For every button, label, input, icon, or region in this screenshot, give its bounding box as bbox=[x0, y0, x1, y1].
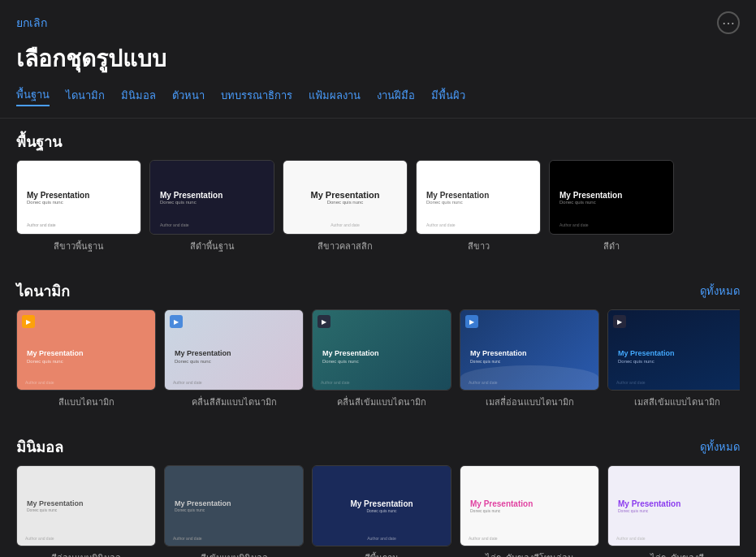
template-card-min-navy[interactable]: My Presentation Donec quis nunc Author a… bbox=[312, 465, 451, 557]
play-icon: ▶ bbox=[613, 315, 626, 328]
template-label: สีเข้มแบบมินิมอล bbox=[201, 551, 268, 557]
basic-section-header: พื้นฐาน bbox=[16, 119, 740, 160]
dynamic-section-header: ไดนามิก ดูทั้งหมด bbox=[16, 268, 740, 309]
minimal-templates-row: My Presentation Donec quis nunc Author a… bbox=[16, 465, 740, 557]
template-label: สีดำ bbox=[603, 239, 620, 253]
more-button[interactable]: ⋯ bbox=[717, 11, 740, 34]
template-label: สีอ่อนแบบมินิมอล bbox=[51, 551, 121, 557]
template-card-classic-white[interactable]: My Presentation Donec quis nunc Author a… bbox=[283, 160, 408, 253]
template-card-white-clean[interactable]: My Presentation Donec quis nunc Author a… bbox=[416, 160, 541, 253]
dynamic-templates-row: ▶ My Presentation Donec quis nunc Author… bbox=[16, 309, 740, 409]
page-title: เลือกชุดรูปแบบ bbox=[0, 41, 756, 84]
minimal-section-title: มินิมอล bbox=[16, 435, 63, 459]
basic-section-title: พื้นฐาน bbox=[16, 130, 62, 153]
template-label: สีขาวพื้นฐาน bbox=[54, 239, 104, 253]
more-icon: ⋯ bbox=[722, 15, 735, 31]
template-card-black[interactable]: My Presentation Donec quis nunc Author a… bbox=[549, 160, 674, 253]
template-card-min-light-purple[interactable]: My Presentation Donec quis nunc Author a… bbox=[607, 465, 740, 557]
template-label: เมสสี่อ่อนแบบไดนามิก bbox=[486, 395, 574, 409]
template-label: สีพื้นฐาน bbox=[365, 551, 399, 557]
template-card-dyn-teal[interactable]: ▶ My Presentation Donec quis nunc Author… bbox=[312, 309, 451, 409]
template-card-min-light[interactable]: My Presentation Donec quis nunc Author a… bbox=[16, 465, 156, 557]
template-card-min-white-pink[interactable]: My Presentation Donec quis nunc Author a… bbox=[460, 465, 599, 557]
template-card-white-basic[interactable]: My Presentation Donec quis nunc Author a… bbox=[16, 160, 141, 253]
basic-templates-row: My Presentation Donec quis nunc Author a… bbox=[16, 160, 740, 253]
minimal-section: มินิมอล ดูทั้งหมด My Presentation Donec … bbox=[16, 424, 740, 557]
template-label: เมสสีเข้มแบบไดนามิก bbox=[634, 395, 720, 409]
content-area: พื้นฐาน My Presentation Donec quis nunc … bbox=[0, 119, 756, 557]
dynamic-section: ไดนามิก ดูทั้งหมด ▶ My Presentation Done… bbox=[16, 268, 740, 409]
top-bar: ยกเลิก ⋯ bbox=[0, 0, 756, 41]
play-icon: ▶ bbox=[22, 315, 35, 328]
template-label: ไล่ระดับของสี bbox=[650, 551, 704, 557]
dynamic-see-all[interactable]: ดูทั้งหมด bbox=[700, 283, 740, 300]
template-label: ไล่ระดับของสีโทนอ่อน bbox=[486, 551, 574, 557]
tab-portfolio[interactable]: แฟ้มผลงาน bbox=[309, 84, 361, 106]
tab-report[interactable]: งานฝีมือ bbox=[377, 84, 415, 106]
play-icon: ▶ bbox=[465, 315, 478, 328]
tab-classic[interactable]: บทบรรณาธิการ bbox=[221, 84, 292, 106]
minimal-section-header: มินิมอล ดูทั้งหมด bbox=[16, 424, 740, 465]
template-card-dyn-dark-blue[interactable]: ▶ My Presentation Donec quis nunc Author… bbox=[607, 309, 740, 409]
template-label: คลื่นสีส้มแบบไดนามิก bbox=[192, 395, 277, 409]
basic-section: พื้นฐาน My Presentation Donec quis nunc … bbox=[16, 119, 740, 253]
tab-basic[interactable]: พื้นฐาน bbox=[16, 84, 50, 106]
template-card-black-basic[interactable]: My Presentation Donec quis nunc Author a… bbox=[149, 160, 274, 253]
tab-bold[interactable]: ตัวหนา bbox=[172, 84, 205, 106]
play-icon: ▶ bbox=[170, 315, 183, 328]
tab-minimal[interactable]: มินิมอล bbox=[121, 84, 156, 106]
nav-tabs: พื้นฐาน ไดนามิก มินิมอล ตัวหนา บทบรรณาธิ… bbox=[0, 84, 756, 119]
template-card-dyn-salmon[interactable]: ▶ My Presentation Donec quis nunc Author… bbox=[16, 309, 156, 409]
back-button[interactable]: ยกเลิก bbox=[16, 14, 47, 32]
tab-textured[interactable]: มีพื้นผิว bbox=[431, 84, 465, 106]
dynamic-section-title: ไดนามิก bbox=[16, 279, 70, 303]
minimal-see-all[interactable]: ดูทั้งหมด bbox=[700, 438, 740, 456]
template-label: สีขาวคลาสสิก bbox=[318, 239, 373, 253]
template-card-dyn-gradient[interactable]: ▶ My Presentation Donec quis nunc Author… bbox=[164, 309, 304, 409]
template-label: สีขาว bbox=[468, 239, 490, 253]
template-card-min-dark-slate[interactable]: My Presentation Donec quis nunc Author a… bbox=[164, 465, 304, 557]
tab-dynamic[interactable]: ไดนามิก bbox=[66, 84, 105, 106]
play-icon: ▶ bbox=[318, 315, 330, 328]
template-card-dyn-blue-wave[interactable]: ▶ My Presentation Donec quis nunc Author… bbox=[460, 309, 599, 409]
template-label: สีดำพื้นฐาน bbox=[190, 239, 235, 253]
template-label: คลื่นสีเข้มแบบไดนามิก bbox=[337, 395, 426, 409]
template-label: สีแบบไดนามิก bbox=[58, 395, 114, 409]
